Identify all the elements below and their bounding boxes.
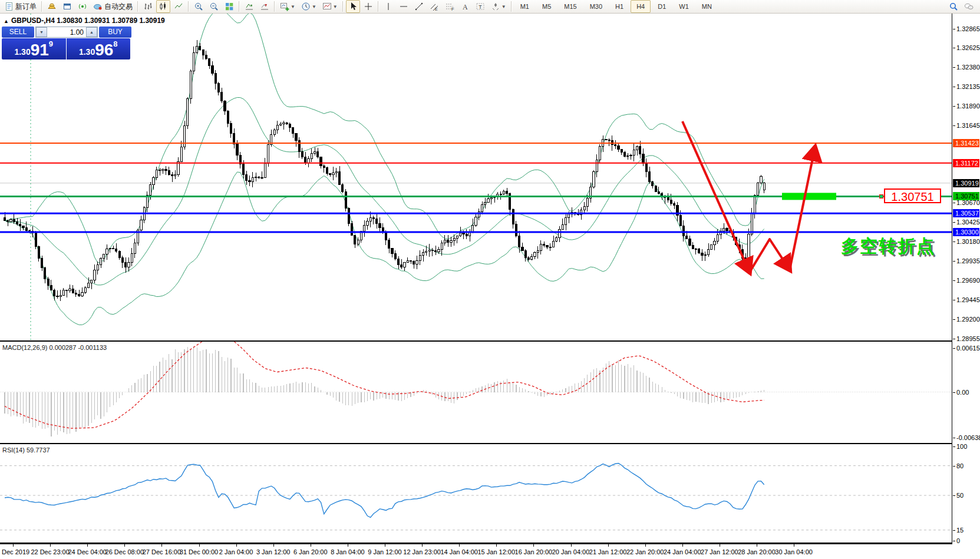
rsi-label: RSI(14) 59.7737 (2, 446, 50, 454)
market-watch-button[interactable] (60, 0, 74, 13)
time-tick (311, 544, 311, 547)
zoom-out-button[interactable] (207, 0, 221, 13)
toolbar-group-drawing: EFAT▼ (381, 0, 509, 13)
time-tick-label: 27 Dec 16:00 (143, 548, 181, 555)
price-callout-anchor[interactable] (879, 194, 883, 199)
rsi-panel[interactable] (0, 444, 952, 543)
tf-mn[interactable]: MN (696, 0, 718, 13)
new-order-button[interactable]: 新订单 (2, 0, 39, 13)
zoom-in-button[interactable] (192, 0, 206, 13)
quotes-button[interactable] (45, 0, 59, 13)
crosshair-button[interactable] (361, 0, 375, 13)
sell-price-pip: 9 (49, 39, 53, 48)
tf-d1[interactable]: D1 (652, 0, 672, 13)
toolbar-separator (137, 1, 138, 12)
toolbar-group-zoom (191, 0, 237, 13)
text-label-button[interactable]: T (473, 0, 487, 13)
toolbar-group-chart-type (140, 0, 186, 13)
price-axis[interactable]: 1.328651.326251.323801.321351.318901.316… (952, 14, 980, 544)
auto-scroll-button[interactable] (242, 0, 256, 13)
trendline-button[interactable] (412, 0, 426, 13)
axis-tick-label: 0.00 (956, 389, 969, 396)
main-price-chart[interactable] (0, 14, 952, 341)
time-tick-label: 24 Dec 04:00 (68, 548, 106, 555)
autotrade-icon (93, 2, 103, 11)
time-tick (645, 544, 646, 547)
axis-tick-label: -0.00638 (956, 434, 980, 441)
axis-tick-label: 15 (956, 527, 963, 534)
new-chart-button[interactable]: ▼ (278, 0, 298, 13)
collapse-quote-icon[interactable]: ▲ (4, 18, 9, 24)
tf-m5[interactable]: M5 (536, 0, 557, 13)
time-tick (720, 544, 720, 547)
hline-icon (399, 2, 408, 11)
line-chart-icon (174, 2, 183, 11)
cursor-button[interactable] (346, 0, 360, 13)
channel-button[interactable]: E (427, 0, 441, 13)
time-tick (161, 544, 162, 547)
axis-tick-label: 1.29690 (956, 277, 980, 284)
tf-w1[interactable]: W1 (673, 0, 695, 13)
signals-button[interactable] (75, 0, 90, 13)
templates-button[interactable]: ▼ (320, 0, 340, 13)
tf-m30[interactable]: M30 (584, 0, 608, 13)
search-button[interactable] (946, 0, 961, 13)
buy-button[interactable]: BUY (99, 27, 131, 38)
text-button[interactable]: A (458, 0, 472, 13)
chat-button[interactable] (962, 0, 976, 13)
annotation-text[interactable]: 多空转折点 (841, 234, 935, 259)
svg-text:F: F (451, 6, 454, 12)
vline-button[interactable] (381, 0, 395, 13)
cursor-icon (348, 2, 358, 11)
one-click-trading-panel: SELL ▼ ▲ BUY 1.30 91 9 1.30 96 8 (2, 27, 130, 60)
axis-tick (953, 339, 955, 339)
time-tick (87, 544, 88, 547)
volume-decrease-button[interactable]: ▼ (36, 27, 47, 37)
time-tick-label: 20 Jan 04:00 (552, 548, 590, 555)
sell-button[interactable]: SELL (2, 27, 34, 38)
tile-windows-button[interactable] (222, 0, 236, 13)
time-tick-label: 8 Jan 04:00 (331, 548, 365, 555)
market-watch-icon (62, 2, 72, 11)
sell-price-big: 91 (31, 42, 49, 58)
candles-chart-icon (159, 2, 168, 11)
arrows-icon (491, 2, 500, 11)
axis-tick-label: 1.31890 (956, 102, 980, 110)
volume-increase-button[interactable]: ▲ (86, 27, 97, 37)
autotrade-button[interactable]: 自动交易 (91, 0, 135, 13)
candles-chart-button[interactable] (156, 0, 170, 13)
periods-button[interactable]: ▼ (299, 0, 319, 13)
tf-h1[interactable]: H1 (609, 0, 629, 13)
time-tick-label: 3 Jan 12:00 (256, 548, 291, 555)
time-axis[interactable]: 9 Dec 201922 Dec 23:0024 Dec 04:0026 Dec… (0, 544, 952, 559)
toolbar-group-new-objects: ▼▼▼ (277, 0, 341, 13)
chart-shift-button[interactable] (258, 0, 272, 13)
time-tick-label: 28 Jan 20:00 (738, 548, 776, 555)
toolbar-separator (342, 1, 344, 12)
time-tick-label: 21 Jan 12:00 (589, 548, 627, 555)
macd-panel[interactable] (0, 342, 952, 443)
fibonacci-button[interactable]: F (443, 0, 457, 13)
price-line-badge: 1.31172 (953, 159, 979, 167)
toolbar-separator (41, 1, 42, 12)
tf-m1[interactable]: M1 (514, 0, 535, 13)
time-tick (124, 544, 125, 547)
axis-tick (953, 29, 955, 29)
volume-input[interactable] (47, 27, 86, 37)
tile-windows-icon (225, 2, 234, 11)
buy-quote-button[interactable]: 1.30 96 8 (67, 38, 131, 59)
line-chart-button[interactable] (171, 0, 186, 13)
axis-tick (953, 203, 955, 203)
tf-m15[interactable]: M15 (558, 0, 582, 13)
hline-button[interactable] (397, 0, 411, 13)
sell-quote-button[interactable]: 1.30 91 9 (2, 38, 66, 59)
price-line-badge: 1.31423 (953, 139, 979, 147)
tf-h4[interactable]: H4 (631, 0, 651, 13)
axis-tick (953, 261, 955, 262)
bars-chart-button[interactable] (141, 0, 155, 13)
time-tick (236, 544, 237, 547)
text-icon: A (460, 2, 470, 11)
arrows-button[interactable]: ▼ (489, 0, 509, 13)
axis-tick (953, 242, 955, 242)
price-callout-label[interactable]: 1.30751 (884, 188, 941, 203)
